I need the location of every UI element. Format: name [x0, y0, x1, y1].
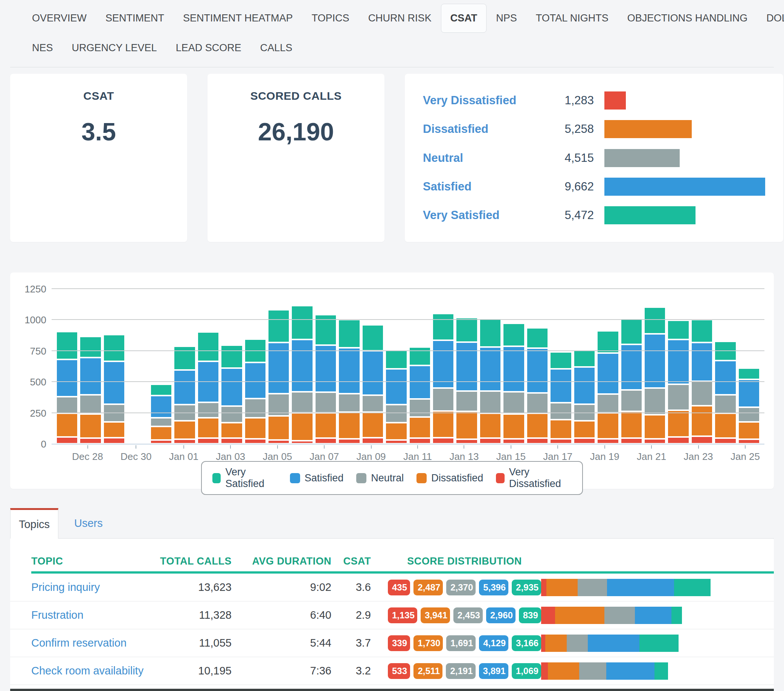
stacked-bar-jan-15[interactable] [503, 323, 525, 444]
distribution-bar-dissatisfied [604, 120, 692, 138]
score-bar-segment-neutral [578, 579, 607, 596]
distribution-label[interactable]: Satisfied [423, 180, 555, 193]
nav-tab-urgency-level[interactable]: URGENCY LEVEL [63, 33, 166, 63]
stacked-bar-jan-07[interactable] [315, 315, 337, 444]
nav-tab-csat[interactable]: CSAT [441, 4, 487, 33]
segment-very_dissatisfied [503, 439, 525, 444]
score-badge-satisfied: 4,129 [479, 635, 508, 651]
stacked-bar-jan-03[interactable] [221, 345, 242, 444]
x-tick-mark [324, 445, 324, 449]
segment-dissatisfied [597, 413, 619, 439]
score-bar-segment-very_satisfied [671, 607, 682, 624]
topic-link[interactable]: Frustration [31, 609, 144, 621]
segment-very_satisfied [409, 347, 431, 365]
x-slot-10 [294, 445, 308, 462]
stacked-bar-jan-10[interactable] [385, 350, 407, 444]
segment-neutral [597, 394, 619, 413]
segment-very_satisfied [56, 332, 78, 359]
stacked-bar-jan-21[interactable] [644, 307, 666, 444]
nav-tab-sentiment[interactable]: SENTIMENT [96, 4, 174, 33]
score-bar-segment-dissatisfied [547, 579, 577, 596]
x-axis-label: Jan 19 [590, 451, 619, 462]
stacked-bar-dec-31[interactable] [150, 384, 172, 444]
score-badge-dissatisfied: 3,941 [421, 607, 450, 623]
x-slot-22 [574, 445, 588, 462]
score-distribution-bar [541, 579, 774, 596]
stacked-bar-jan-01[interactable] [174, 346, 196, 444]
nav-tab-topics[interactable]: TOPICS [302, 4, 359, 33]
x-slot-21: Jan 17 [543, 445, 572, 462]
legend-swatch-very_dissatisfied-icon [496, 473, 504, 483]
nav-tab-sentiment-heatmap[interactable]: SENTIMENT HEATMAP [174, 4, 302, 33]
segment-dissatisfied [221, 423, 242, 438]
table-row: Pricing inquiry13,6239:023.64352,4872,37… [10, 574, 774, 601]
chart-x-axis-labels: Dec 28Dec 30Jan 01Jan 03Jan 05Jan 07Jan … [51, 445, 764, 462]
nav-tab-lead-score[interactable]: LEAD SCORE [166, 33, 251, 63]
nav-tab-nes[interactable]: NES [23, 33, 63, 63]
segment-satisfied [526, 348, 548, 393]
x-tick-mark [277, 445, 278, 449]
stacked-bar-jan-05[interactable] [268, 310, 290, 444]
avg-duration-value: 6:40 [232, 609, 331, 621]
tab-topics[interactable]: Topics [10, 508, 58, 538]
topic-link[interactable]: Confirm reservation [31, 637, 144, 649]
distribution-label[interactable]: Very Dissatisfied [423, 94, 555, 107]
stacked-bar-jan-12[interactable] [432, 314, 454, 444]
nav-tab-overview[interactable]: OVERVIEW [23, 4, 96, 33]
stacked-bar-dec-27[interactable] [56, 332, 78, 444]
scored-calls-card-value: 26,190 [208, 117, 384, 146]
topics-table: TOPIC TOTAL CALLS AVG DURATION CSAT SCOR… [10, 538, 774, 685]
segment-very_satisfied [197, 332, 219, 361]
segment-very_dissatisfied [597, 439, 619, 444]
legend-item-satisfied[interactable]: Satisfied [290, 472, 344, 484]
legend-item-very_satisfied[interactable]: Very Satisfied [212, 466, 277, 490]
stacked-bar-jan-25[interactable] [738, 368, 760, 444]
legend-item-dissatisfied[interactable]: Dissatisfied [417, 472, 483, 484]
nav-tab-objections-handling[interactable]: OBJECTIONS HANDLING [618, 4, 757, 33]
legend-item-very_dissatisfied[interactable]: Very Dissatisfied [496, 466, 572, 490]
topic-link[interactable]: Check room availability [31, 665, 144, 677]
stacked-bar-jan-09[interactable] [362, 325, 384, 444]
distribution-label[interactable]: Neutral [423, 151, 555, 165]
gridline-750 [51, 350, 764, 351]
y-axis-label-0: 0 [10, 438, 46, 450]
segment-dissatisfied [174, 421, 196, 439]
stacked-bar-jan-04[interactable] [244, 339, 266, 444]
segment-very_satisfied [385, 350, 407, 369]
segment-neutral [362, 395, 384, 412]
avg-duration-value: 7:36 [232, 665, 331, 677]
legend-item-neutral[interactable]: Neutral [356, 472, 404, 484]
segment-very_dissatisfied [714, 438, 736, 444]
topic-link[interactable]: Pricing inquiry [31, 581, 144, 594]
stacked-bar-jan-18[interactable] [573, 350, 595, 444]
segment-dissatisfied [385, 423, 407, 440]
stacked-bar-jan-16[interactable] [526, 328, 548, 444]
distribution-label[interactable]: Dissatisfied [423, 122, 555, 136]
score-badge-very_satisfied: 2,935 [512, 579, 541, 596]
tab-users[interactable]: Users [58, 508, 119, 538]
chart-legend: Very SatisfiedSatisfiedNeutralDissatisfi… [201, 461, 583, 495]
nav-tab-dollar-value[interactable]: DOLLAR VALUE [757, 4, 784, 33]
nav-tab-churn-risk[interactable]: CHURN RISK [359, 4, 441, 33]
segment-satisfied [385, 369, 407, 405]
x-axis-label: Dec 28 [72, 451, 103, 462]
stacked-bar-jan-02[interactable] [197, 332, 219, 444]
nav-tab-total-nights[interactable]: TOTAL NIGHTS [526, 4, 618, 33]
stacked-bar-jan-17[interactable] [550, 352, 572, 444]
stacked-bar-jan-13[interactable] [456, 318, 478, 444]
segment-very_dissatisfied [103, 438, 125, 444]
score-bar-segment-dissatisfied [555, 607, 604, 624]
csat-card-value: 3.5 [10, 117, 187, 146]
distribution-label[interactable]: Very Satisfied [423, 209, 555, 222]
nav-tab-calls[interactable]: CALLS [251, 33, 302, 63]
distribution-row-dissatisfied: Dissatisfied5,258 [423, 118, 765, 140]
stacked-bar-jan-06[interactable] [291, 306, 313, 444]
csat-dashboard: { "palette": { "very_satisfied": "#1abc9… [0, 0, 784, 691]
stacked-bar-dec-28[interactable] [79, 336, 101, 444]
stacked-bar-jan-24[interactable] [714, 341, 736, 444]
nav-tab-nps[interactable]: NPS [486, 4, 526, 33]
x-slot-29: Jan 25 [731, 445, 760, 462]
segment-very_satisfied [573, 350, 595, 367]
stacked-bar-jan-11[interactable] [409, 347, 431, 444]
stacked-bar-jan-19[interactable] [597, 331, 619, 444]
